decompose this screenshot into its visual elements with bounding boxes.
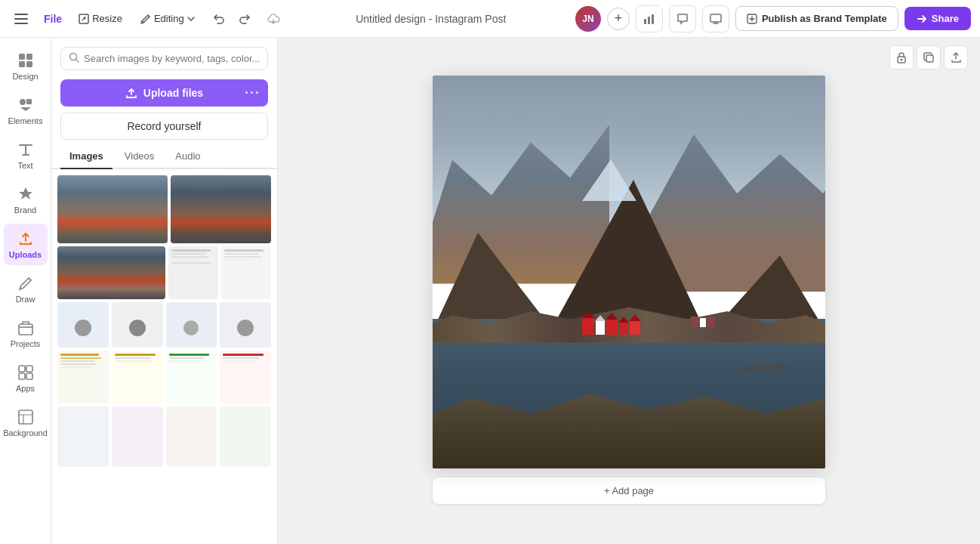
gallery-image[interactable] [171, 175, 271, 243]
main-area: Design Elements Text [0, 38, 980, 544]
gallery-image[interactable] [112, 302, 163, 348]
gallery-image[interactable] [220, 302, 271, 348]
gallery-image[interactable] [112, 351, 163, 403]
search-wrapper [60, 47, 268, 70]
gallery-image[interactable] [166, 406, 217, 467]
gallery-image[interactable] [112, 406, 163, 467]
background-icon [17, 408, 34, 426]
gallery-image[interactable] [57, 246, 165, 299]
sidebar-item-uploads[interactable]: Uploads [4, 224, 48, 265]
svg-rect-17 [26, 366, 32, 372]
gallery-image[interactable] [220, 406, 271, 467]
avatar[interactable]: JN [575, 6, 601, 32]
add-collaborator-button[interactable]: + [607, 8, 630, 30]
search-icon [69, 52, 79, 65]
comments-button[interactable] [669, 5, 696, 32]
copy-button[interactable] [917, 45, 941, 70]
upload-more-options[interactable]: ··· [245, 85, 260, 101]
share-button[interactable]: Share [904, 7, 971, 30]
svg-point-23 [901, 59, 903, 61]
sidebar-item-brand[interactable]: Brand [4, 179, 48, 221]
gallery-image[interactable] [221, 246, 271, 299]
publish-button[interactable]: Publish as Brand Template [735, 6, 898, 31]
svg-rect-14 [26, 99, 32, 104]
elements-icon [17, 96, 34, 114]
share-label: Share [932, 13, 959, 24]
canvas[interactable] [433, 76, 825, 468]
canvas-toolbar [889, 45, 968, 70]
redo-button[interactable] [233, 7, 257, 31]
svg-rect-15 [19, 324, 32, 335]
tab-videos[interactable]: Videos [116, 144, 164, 169]
svg-rect-9 [19, 54, 25, 60]
topbar-left: File Resize Editing [9, 7, 287, 31]
svg-rect-4 [644, 19, 646, 24]
text-icon [17, 141, 34, 159]
gallery-row [57, 246, 271, 299]
apps-icon [17, 363, 34, 382]
svg-rect-19 [26, 373, 32, 379]
svg-rect-6 [652, 14, 654, 24]
record-yourself-button[interactable]: Record yourself [60, 113, 268, 140]
svg-rect-7 [710, 14, 721, 22]
svg-rect-1 [14, 18, 28, 20]
resize-label: Resize [92, 13, 122, 24]
sidebar-item-draw[interactable]: Draw [4, 268, 48, 310]
gallery-image[interactable] [168, 246, 218, 299]
export-button[interactable] [944, 45, 968, 70]
gallery-image[interactable] [57, 175, 168, 243]
sidebar-item-design[interactable]: Design [4, 45, 48, 87]
svg-rect-5 [648, 17, 650, 24]
svg-rect-24 [926, 55, 933, 62]
design-icon [17, 51, 34, 70]
sidebar-item-apps[interactable]: Apps [4, 357, 48, 399]
sidebar-item-projects[interactable]: Projects [4, 313, 48, 354]
gallery-image[interactable] [57, 351, 109, 403]
menu-button[interactable] [9, 7, 33, 31]
gallery-image[interactable] [166, 351, 217, 403]
sidebar-item-label: Brand [14, 206, 36, 215]
gallery-image[interactable] [57, 406, 109, 467]
editing-button[interactable]: Editing [134, 10, 201, 27]
gallery-row [57, 302, 271, 348]
resize-button[interactable]: Resize [72, 10, 128, 27]
sidebar-item-elements[interactable]: Elements [4, 90, 48, 131]
canvas-scene [433, 76, 825, 468]
file-button[interactable]: File [39, 10, 66, 28]
gallery-image[interactable] [57, 302, 109, 348]
svg-rect-20 [19, 410, 32, 424]
uploads-panel: Upload files ··· Record yourself Images … [51, 38, 278, 544]
lock-button[interactable] [889, 45, 914, 70]
add-page-label: + Add page [604, 485, 654, 496]
search-input[interactable] [84, 53, 260, 64]
undo-button[interactable] [207, 7, 231, 31]
images-gallery [51, 169, 277, 544]
topbar: File Resize Editing [0, 0, 980, 38]
gallery-image[interactable] [166, 302, 217, 348]
svg-rect-18 [19, 373, 25, 379]
record-label: Record yourself [127, 120, 201, 132]
gallery-image[interactable] [220, 351, 271, 403]
brand-icon [17, 185, 34, 203]
panel-actions: Upload files ··· Record yourself [51, 75, 277, 144]
sidebar-item-text[interactable]: Text [4, 134, 48, 176]
svg-rect-11 [19, 61, 25, 67]
analytics-button[interactable] [636, 5, 663, 32]
projects-icon [17, 319, 34, 337]
upload-files-button[interactable]: Upload files ··· [60, 79, 268, 107]
sidebar-item-label: Text [17, 161, 32, 170]
present-button[interactable] [702, 5, 729, 32]
tab-images[interactable]: Images [60, 144, 112, 169]
cloud-save-button[interactable] [263, 7, 287, 31]
sidebar-item-label: Draw [16, 295, 35, 304]
draw-icon [17, 274, 34, 292]
add-page-button[interactable]: + Add page [433, 478, 825, 504]
document-title: Untitled design - Instagram Post [356, 13, 506, 25]
sidebar-item-label: Background [3, 428, 48, 437]
media-tabs: Images Videos Audio [51, 144, 277, 169]
svg-point-13 [20, 99, 26, 105]
sidebar-item-background[interactable]: Background [4, 402, 48, 444]
sidebar-item-label: Projects [11, 339, 41, 348]
gallery-row [57, 175, 271, 243]
tab-audio[interactable]: Audio [166, 144, 209, 169]
